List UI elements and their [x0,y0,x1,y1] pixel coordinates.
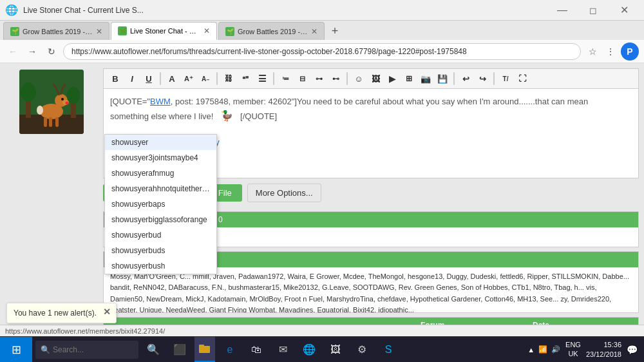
status-bar: https://www.autoflower.net/members/bixit… [0,325,644,336]
url-input[interactable] [63,43,581,60]
editor-content: [QUOTE="BWM, post: 1975848, member: 4260… [110,95,632,108]
tab2-close[interactable]: ✕ [204,26,210,35]
tray-caret[interactable]: ▲ [527,346,535,354]
address-bar: ← → ↻ ☆ ⋮ P [0,40,644,63]
tab3-favicon: 🌱 [225,27,234,36]
taskbar-chrome[interactable]: ⚙ [350,337,374,363]
quote-button[interactable]: ❝❞ [238,71,253,86]
autocomplete-item[interactable]: showusyerbuds [105,243,216,258]
taskbar-clock[interactable]: 15:36 23/12/2018 [586,340,621,359]
svg-rect-22 [199,345,204,347]
bold-button[interactable]: B [108,71,123,86]
taskbar-file-explorer[interactable] [194,337,215,363]
toolbar-right: ☆ ⋮ P [585,43,639,61]
underline-button[interactable]: U [141,71,156,86]
taskbar-store[interactable]: 🛍 [245,337,268,363]
tabs-bar: 🌱 Grow Battles 2019 - Seedstocke... ✕ 🌿 … [0,21,644,40]
tray-volume[interactable]: 🔊 [551,345,560,354]
sep6 [493,72,495,85]
font-size-up-button[interactable]: A⁺ [181,71,196,86]
undo-button[interactable]: ↩ [458,71,473,86]
editor-toolbar: B I U A A⁺ A₋ ⛓ ❝❞ ☰ ≔ ⊟ ⊶ ⊷ ☺ 🖼 ▶ [103,68,639,88]
alert-text: You have 1 new alert(s). [14,309,97,318]
tab-2[interactable]: 🌿 Live Stoner Chat - Current Live S... ✕ [111,22,217,40]
autocomplete-item[interactable]: showusyerafnmug [105,166,216,181]
autocomplete-dropdown: showusyer showusyer3jointsmaybe4 showusy… [104,134,217,274]
media-button[interactable]: ▶ [384,71,400,86]
italic-button[interactable]: I [124,71,140,86]
clock-date: 23/12/2018 [586,350,621,359]
profile-icon[interactable]: P [621,43,639,61]
status-url: https://www.autoflower.net/members/bixit… [5,327,165,335]
taskbar-photos[interactable]: 🖼 [324,337,347,363]
autocomplete-item[interactable]: showusyer [105,135,216,150]
close-window-button[interactable]: ✕ [609,0,639,21]
taskbar-edge[interactable]: e [218,337,242,363]
source-button[interactable]: T/ [498,71,513,86]
alert-notification: You have 1 new alert(s). ✕ [6,303,117,323]
font-opts-button[interactable]: A₋ [198,71,213,86]
indent-less-button[interactable]: ⊶ [311,71,327,86]
star-icon[interactable]: ☆ [585,44,600,59]
menu-icon[interactable]: ⋮ [603,44,618,59]
autocomplete-item[interactable]: showusyerbigglassoforange [105,212,216,227]
image-button[interactable]: 🖼 [368,71,383,86]
taskbar-skype[interactable]: S [377,337,400,363]
svg-rect-19 [55,117,59,127]
tab2-label: Live Stoner Chat - Current Live S... [130,27,200,35]
save-draft-button[interactable]: 💾 [435,71,450,86]
left-sidebar [0,63,103,336]
tab-3[interactable]: 🌱 Grow Battles 2019 - The Biggest... ✕ [218,22,325,40]
tab1-label: Grow Battles 2019 - Seedstocke... [23,28,93,35]
autocomplete-item[interactable]: showusyerbud [105,227,216,243]
forward-button[interactable]: → [24,44,40,59]
indent-more-button[interactable]: ⊷ [328,71,343,86]
ol-button[interactable]: ⊟ [294,71,310,86]
more-options-button[interactable]: More Options... [247,184,321,202]
start-button[interactable]: ⊞ [0,337,32,363]
sep1 [160,72,161,85]
svg-point-5 [67,87,80,104]
svg-point-4 [21,82,36,102]
taskbar-search-input[interactable] [53,345,133,354]
taskbar-cortana[interactable]: 🔍 [142,337,165,363]
svg-rect-17 [44,117,47,127]
redo-button[interactable]: ↪ [475,71,490,86]
taskbar-ie[interactable]: 🌐 [298,337,321,363]
sep4 [346,72,348,85]
taskbar-search[interactable]: 🔍 [35,341,138,359]
clock-time: 15:36 [586,340,621,349]
tab1-close[interactable]: ✕ [96,27,102,36]
emoji-button[interactable]: ☺ [351,71,366,86]
refresh-button[interactable]: ↻ [44,44,59,59]
minimize-button[interactable]: — [547,0,577,21]
taskbar-mail[interactable]: ✉ [271,337,294,363]
users-read-list: Mossy, Mañ'O'Green, C... mmill, Jraven, … [110,272,629,312]
new-tab-button[interactable]: + [326,22,344,40]
link-button[interactable]: ⛓ [221,71,236,86]
taskbar-icons: 🔍 ⬛ e 🛍 ✉ 🌐 🖼 ⚙ S [142,337,400,363]
maximize-button[interactable]: ◻ [578,0,608,21]
autocomplete-item[interactable]: showusyerbush [105,258,216,274]
font-size-button[interactable]: A [164,71,180,86]
table-button[interactable]: ⊞ [401,71,417,86]
window-title: Live Stoner Chat - Current Live S... [23,6,547,15]
camera-button[interactable]: 📷 [418,71,433,86]
alert-close-button[interactable]: ✕ [103,307,111,316]
align-button[interactable]: ☰ [254,71,270,86]
autocomplete-item[interactable]: showusyerbaps [105,196,216,212]
fullscreen-button[interactable]: ⛶ [515,71,530,86]
back-button[interactable]: ← [5,44,21,59]
taskbar-task-view[interactable]: ⬛ [168,337,191,363]
ul-button[interactable]: ≔ [278,71,293,86]
tab-1[interactable]: 🌱 Grow Battles 2019 - Seedstocke... ✕ [3,22,109,40]
tab1-favicon: 🌱 [10,27,19,36]
svg-point-20 [37,106,43,115]
locale-text: ENGUK [565,341,581,357]
sep5 [453,72,455,85]
autocomplete-item[interactable]: showusyer3jointsmaybe4 [105,150,216,166]
tray-network[interactable]: 📶 [538,345,547,354]
tab3-close[interactable]: ✕ [311,27,317,36]
notification-icon[interactable]: 💬 [627,345,638,355]
autocomplete-item[interactable]: showusyerahhnotquitethereyet [105,181,216,196]
